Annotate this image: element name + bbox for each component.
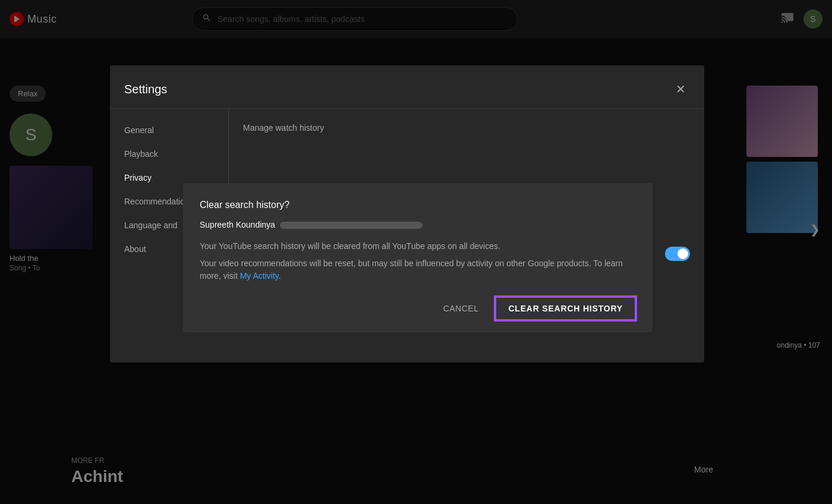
confirm-text-2: Your video recommendations will be reset… — [200, 257, 636, 282]
confirm-actions: CANCEL CLEAR SEARCH HISTORY — [200, 297, 636, 320]
manage-watch-history-link[interactable]: Manage watch history — [243, 123, 690, 133]
clear-search-history-button[interactable]: CLEAR SEARCH HISTORY — [495, 297, 636, 320]
my-activity-link[interactable]: My Activity — [240, 271, 279, 281]
settings-nav-general[interactable]: General — [110, 118, 228, 142]
confirm-dialog: Clear search history? Supreeth Koundinya… — [183, 183, 653, 332]
toggle-knob — [677, 248, 688, 259]
cancel-button[interactable]: CANCEL — [431, 298, 491, 319]
confirm-text2-after: . — [279, 271, 281, 281]
settings-close-button[interactable]: ✕ — [671, 80, 690, 99]
confirm-user-email-redacted — [280, 222, 423, 229]
settings-title: Settings — [124, 83, 167, 96]
confirm-text-1: Your YouTube search history will be clea… — [200, 240, 636, 253]
settings-header: Settings ✕ — [110, 65, 704, 109]
confirm-user-name: Supreeth Koundinya — [200, 220, 275, 229]
settings-nav-playback[interactable]: Playback — [110, 142, 228, 166]
pause-search-toggle[interactable] — [665, 247, 690, 261]
confirm-title: Clear search history? — [200, 200, 636, 210]
